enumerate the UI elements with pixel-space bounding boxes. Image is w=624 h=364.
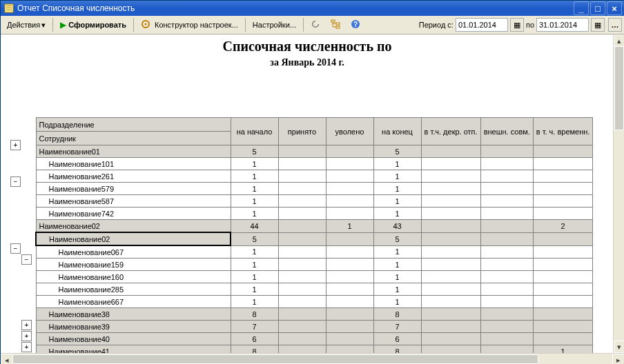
cell-end[interactable]: 1 [373,208,421,220]
expand-all-node[interactable] [10,140,21,150]
cell-fired[interactable]: 1 [326,220,373,233]
cell-end[interactable]: 1 [373,296,421,308]
cell-temp[interactable] [533,283,593,296]
cell-end[interactable]: 5 [373,232,421,245]
cell-hired[interactable] [278,195,326,208]
cell-name[interactable]: Наименование39 [36,321,231,333]
cell-start[interactable]: 1 [231,259,278,271]
scroll-down-button[interactable]: ▾ [614,341,624,353]
cell-hired[interactable] [278,145,326,158]
header-external[interactable]: внешн. совм. [480,118,533,145]
cell-name[interactable]: Наименование067 [36,245,231,259]
cell-name[interactable]: Наименование40 [36,333,231,345]
cell-temp[interactable] [533,333,593,345]
cell-fired[interactable] [326,183,373,195]
table-row[interactable]: Наименование3977 [36,321,593,333]
minimize-button[interactable]: _ [574,1,589,15]
cell-hired[interactable] [278,345,326,354]
cell-mat[interactable] [421,158,480,170]
cell-temp[interactable] [533,321,593,333]
cell-name[interactable]: Наименование02 [36,220,231,233]
cell-fired[interactable] [326,345,373,354]
cell-end[interactable]: 1 [373,271,421,283]
cell-name[interactable]: Наименование285 [36,283,231,296]
cell-hired[interactable] [278,296,326,308]
cell-start[interactable]: 1 [231,271,278,283]
cell-name[interactable]: Наименование01 [36,145,231,158]
cell-ext[interactable] [480,296,533,308]
calendar-from-button[interactable]: ▦ [510,18,524,32]
cell-hired[interactable] [278,183,326,195]
collapse-node[interactable] [10,243,21,254]
cell-mat[interactable] [421,220,480,233]
scroll-right-button[interactable]: ▸ [612,354,624,364]
date-to-input[interactable]: 31.01.2014 [536,18,589,32]
table-row[interactable]: Наименование3888 [36,308,593,321]
expand-node[interactable] [21,320,32,330]
cell-hired[interactable] [278,308,326,321]
cell-start[interactable]: 1 [231,283,278,296]
calendar-to-button[interactable]: ▦ [591,18,605,32]
header-start[interactable]: на начало [231,118,278,145]
collapse-node[interactable] [21,254,32,265]
cell-temp[interactable] [533,308,593,321]
help-button[interactable]: ? [347,17,366,33]
cell-temp[interactable] [533,232,593,245]
cell-end[interactable]: 1 [373,158,421,170]
cell-end[interactable]: 1 [373,259,421,271]
cell-fired[interactable] [326,208,373,220]
cell-temp[interactable] [533,259,593,271]
cell-temp[interactable]: 1 [533,345,593,354]
cell-mat[interactable] [421,259,480,271]
cell-end[interactable]: 1 [373,170,421,183]
cell-mat[interactable] [421,183,480,195]
table-row[interactable]: Наименование02441432 [36,220,593,233]
cell-start[interactable]: 44 [231,220,278,233]
cell-start[interactable]: 1 [231,208,278,220]
cell-mat[interactable] [421,308,480,321]
cell-temp[interactable] [533,271,593,283]
cell-fired[interactable] [326,170,373,183]
header-maternity[interactable]: в т.ч. декр. отп. [421,118,480,145]
cell-mat[interactable] [421,195,480,208]
cell-mat[interactable] [421,208,480,220]
header-division[interactable]: Подразделение [36,118,231,132]
cell-ext[interactable] [480,145,533,158]
cell-start[interactable]: 8 [231,345,278,354]
cell-start[interactable]: 1 [231,195,278,208]
cell-fired[interactable] [326,333,373,345]
cell-name[interactable]: Наименование261 [36,170,231,183]
cell-mat[interactable] [421,296,480,308]
cell-ext[interactable] [480,195,533,208]
cell-temp[interactable] [533,208,593,220]
scroll-thumb[interactable] [12,354,538,364]
cell-end[interactable]: 5 [373,145,421,158]
cell-start[interactable]: 8 [231,308,278,321]
cell-start[interactable]: 5 [231,145,278,158]
cell-ext[interactable] [480,220,533,233]
vertical-scrollbar[interactable]: ▴ ▾ [613,34,624,353]
table-row[interactable]: Наименование66711 [36,296,593,308]
cell-start[interactable]: 1 [231,245,278,259]
table-row[interactable]: Наименование0155 [36,145,593,158]
scroll-up-button[interactable]: ▴ [614,34,624,47]
expand-node[interactable] [21,331,32,341]
cell-hired[interactable] [278,232,326,245]
cell-fired[interactable] [326,232,373,245]
table-row[interactable]: Наименование0255 [36,232,593,245]
cell-end[interactable]: 7 [373,321,421,333]
scroll-thumb[interactable] [614,46,624,130]
cell-mat[interactable] [421,232,480,245]
table-row[interactable]: Наименование06711 [36,245,593,259]
cell-ext[interactable] [480,183,533,195]
cell-start[interactable]: 1 [231,170,278,183]
cell-hired[interactable] [278,283,326,296]
cell-end[interactable]: 1 [373,283,421,296]
actions-menu[interactable]: Действия▾ [3,17,49,33]
refresh-button[interactable] [307,17,326,33]
date-from-input[interactable]: 01.01.2014 [456,18,508,32]
cell-hired[interactable] [278,170,326,183]
cell-start[interactable]: 7 [231,321,278,333]
table-row[interactable]: Наименование16011 [36,271,593,283]
cell-mat[interactable] [421,271,480,283]
